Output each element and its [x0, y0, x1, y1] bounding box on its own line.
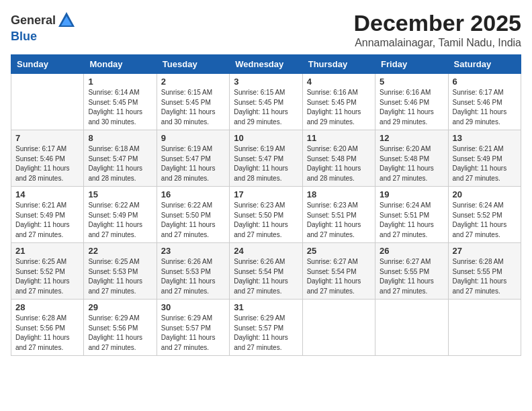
day-info: Sunrise: 6:14 AM Sunset: 5:45 PM Dayligh…: [88, 88, 152, 127]
calendar-cell: 13Sunrise: 6:21 AM Sunset: 5:49 PM Dayli…: [448, 130, 521, 187]
day-info: Sunrise: 6:17 AM Sunset: 5:46 PM Dayligh…: [15, 144, 79, 183]
calendar-cell: 25Sunrise: 6:27 AM Sunset: 5:54 PM Dayli…: [302, 243, 375, 300]
day-info: Sunrise: 6:26 AM Sunset: 5:53 PM Dayligh…: [161, 257, 225, 296]
month-title: December 2025: [353, 11, 521, 36]
calendar-cell: 2Sunrise: 6:15 AM Sunset: 5:45 PM Daylig…: [157, 74, 229, 130]
day-info: Sunrise: 6:29 AM Sunset: 5:56 PM Dayligh…: [88, 314, 152, 353]
calendar-cell: 1Sunrise: 6:14 AM Sunset: 5:45 PM Daylig…: [84, 74, 157, 130]
day-info: Sunrise: 6:17 AM Sunset: 5:46 PM Dayligh…: [453, 88, 517, 127]
calendar-cell: 30Sunrise: 6:29 AM Sunset: 5:57 PM Dayli…: [157, 300, 229, 356]
calendar-cell: 15Sunrise: 6:22 AM Sunset: 5:49 PM Dayli…: [84, 187, 157, 243]
calendar-cell: 3Sunrise: 6:15 AM Sunset: 5:45 PM Daylig…: [230, 74, 302, 130]
calendar-cell: 6Sunrise: 6:17 AM Sunset: 5:46 PM Daylig…: [448, 74, 521, 130]
day-number: 23: [161, 246, 225, 256]
calendar-cell: 28Sunrise: 6:28 AM Sunset: 5:56 PM Dayli…: [11, 300, 84, 356]
day-number: 15: [88, 189, 152, 199]
page-header: General Blue December 2025 Annamalainaga…: [11, 11, 521, 49]
calendar-cell: 18Sunrise: 6:23 AM Sunset: 5:51 PM Dayli…: [302, 187, 375, 243]
calendar-cell: [375, 300, 448, 356]
calendar-cell: 17Sunrise: 6:23 AM Sunset: 5:50 PM Dayli…: [230, 187, 302, 243]
weekday-header-friday: Friday: [375, 55, 448, 74]
day-info: Sunrise: 6:20 AM Sunset: 5:48 PM Dayligh…: [380, 144, 443, 183]
calendar-cell: 29Sunrise: 6:29 AM Sunset: 5:56 PM Dayli…: [84, 300, 157, 356]
day-number: 3: [234, 77, 298, 87]
calendar-cell: 14Sunrise: 6:21 AM Sunset: 5:49 PM Dayli…: [11, 187, 84, 243]
day-number: 5: [380, 77, 443, 87]
location-title: Annamalainagar, Tamil Nadu, India: [353, 37, 521, 49]
day-info: Sunrise: 6:29 AM Sunset: 5:57 PM Dayligh…: [234, 314, 298, 353]
weekday-header-row: SundayMondayTuesdayWednesdayThursdayFrid…: [11, 55, 521, 74]
day-number: 18: [307, 189, 371, 199]
day-info: Sunrise: 6:26 AM Sunset: 5:54 PM Dayligh…: [234, 257, 298, 296]
day-number: 13: [453, 133, 517, 143]
calendar-cell: 8Sunrise: 6:18 AM Sunset: 5:47 PM Daylig…: [84, 130, 157, 187]
calendar-cell: 19Sunrise: 6:24 AM Sunset: 5:51 PM Dayli…: [375, 187, 448, 243]
day-info: Sunrise: 6:19 AM Sunset: 5:47 PM Dayligh…: [161, 144, 225, 183]
day-number: 22: [88, 246, 152, 256]
weekday-header-sunday: Sunday: [11, 55, 84, 74]
day-number: 31: [234, 302, 298, 312]
calendar-cell: 24Sunrise: 6:26 AM Sunset: 5:54 PM Dayli…: [230, 243, 302, 300]
day-info: Sunrise: 6:23 AM Sunset: 5:51 PM Dayligh…: [307, 201, 371, 240]
logo-icon: [57, 11, 76, 30]
calendar-cell: 21Sunrise: 6:25 AM Sunset: 5:52 PM Dayli…: [11, 243, 84, 300]
day-number: 28: [15, 302, 79, 312]
day-number: 7: [15, 133, 79, 143]
day-number: 10: [234, 133, 298, 143]
weekday-header-thursday: Thursday: [302, 55, 375, 74]
calendar-cell: 27Sunrise: 6:28 AM Sunset: 5:55 PM Dayli…: [448, 243, 521, 300]
calendar-cell: 11Sunrise: 6:20 AM Sunset: 5:48 PM Dayli…: [302, 130, 375, 187]
calendar-week-row: 21Sunrise: 6:25 AM Sunset: 5:52 PM Dayli…: [11, 243, 521, 300]
day-info: Sunrise: 6:21 AM Sunset: 5:49 PM Dayligh…: [15, 201, 79, 240]
calendar-cell: [302, 300, 375, 356]
weekday-header-wednesday: Wednesday: [230, 55, 302, 74]
day-info: Sunrise: 6:27 AM Sunset: 5:55 PM Dayligh…: [380, 257, 443, 296]
day-number: 8: [88, 133, 152, 143]
day-number: 25: [307, 246, 371, 256]
day-number: 4: [307, 77, 371, 87]
day-number: 6: [453, 77, 517, 87]
calendar-cell: 26Sunrise: 6:27 AM Sunset: 5:55 PM Dayli…: [375, 243, 448, 300]
day-info: Sunrise: 6:15 AM Sunset: 5:45 PM Dayligh…: [161, 88, 225, 127]
day-info: Sunrise: 6:21 AM Sunset: 5:49 PM Dayligh…: [453, 144, 517, 183]
day-info: Sunrise: 6:24 AM Sunset: 5:51 PM Dayligh…: [380, 201, 443, 240]
calendar-week-row: 28Sunrise: 6:28 AM Sunset: 5:56 PM Dayli…: [11, 300, 521, 356]
day-number: 27: [453, 246, 517, 256]
calendar-cell: 12Sunrise: 6:20 AM Sunset: 5:48 PM Dayli…: [375, 130, 448, 187]
day-number: 26: [380, 246, 443, 256]
day-number: 29: [88, 302, 152, 312]
logo-general: General: [11, 13, 56, 28]
weekday-header-tuesday: Tuesday: [157, 55, 229, 74]
day-info: Sunrise: 6:28 AM Sunset: 5:56 PM Dayligh…: [15, 314, 79, 353]
day-number: 1: [88, 77, 152, 87]
day-number: 14: [15, 189, 79, 199]
day-info: Sunrise: 6:23 AM Sunset: 5:50 PM Dayligh…: [234, 201, 298, 240]
day-number: 19: [380, 189, 443, 199]
calendar-cell: 20Sunrise: 6:24 AM Sunset: 5:52 PM Dayli…: [448, 187, 521, 243]
day-info: Sunrise: 6:20 AM Sunset: 5:48 PM Dayligh…: [307, 144, 371, 183]
calendar-cell: 22Sunrise: 6:25 AM Sunset: 5:53 PM Dayli…: [84, 243, 157, 300]
day-info: Sunrise: 6:22 AM Sunset: 5:49 PM Dayligh…: [88, 201, 152, 240]
day-number: 17: [234, 189, 298, 199]
logo-blue: Blue: [11, 30, 37, 43]
logo: General Blue: [11, 11, 76, 44]
calendar-cell: 9Sunrise: 6:19 AM Sunset: 5:47 PM Daylig…: [157, 130, 229, 187]
day-number: 30: [161, 302, 225, 312]
day-info: Sunrise: 6:27 AM Sunset: 5:54 PM Dayligh…: [307, 257, 371, 296]
day-number: 12: [380, 133, 443, 143]
calendar-table: SundayMondayTuesdayWednesdayThursdayFrid…: [11, 54, 521, 356]
day-info: Sunrise: 6:28 AM Sunset: 5:55 PM Dayligh…: [453, 257, 517, 296]
day-number: 24: [234, 246, 298, 256]
day-info: Sunrise: 6:25 AM Sunset: 5:52 PM Dayligh…: [15, 257, 79, 296]
day-info: Sunrise: 6:15 AM Sunset: 5:45 PM Dayligh…: [234, 88, 298, 127]
weekday-header-saturday: Saturday: [448, 55, 521, 74]
calendar-cell: 4Sunrise: 6:16 AM Sunset: 5:45 PM Daylig…: [302, 74, 375, 130]
calendar-cell: 10Sunrise: 6:19 AM Sunset: 5:47 PM Dayli…: [230, 130, 302, 187]
calendar-cell: 16Sunrise: 6:22 AM Sunset: 5:50 PM Dayli…: [157, 187, 229, 243]
day-info: Sunrise: 6:18 AM Sunset: 5:47 PM Dayligh…: [88, 144, 152, 183]
day-number: 16: [161, 189, 225, 199]
day-info: Sunrise: 6:19 AM Sunset: 5:47 PM Dayligh…: [234, 144, 298, 183]
weekday-header-monday: Monday: [84, 55, 157, 74]
day-number: 2: [161, 77, 225, 87]
calendar-week-row: 14Sunrise: 6:21 AM Sunset: 5:49 PM Dayli…: [11, 187, 521, 243]
